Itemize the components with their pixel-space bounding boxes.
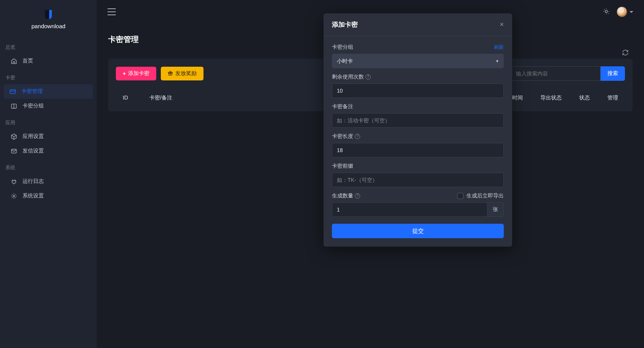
sidebar-item-home[interactable]: 首页 <box>0 54 97 68</box>
cube-icon <box>10 133 17 140</box>
help-icon[interactable]: ? <box>365 74 371 80</box>
svg-point-4 <box>605 10 607 13</box>
sidebar-item-mail-settings[interactable]: 发信设置 <box>0 144 97 158</box>
chevron-down-icon <box>630 11 633 13</box>
home-icon <box>10 58 17 64</box>
count-input[interactable] <box>332 202 487 217</box>
sidebar-item-label: 应用设置 <box>22 133 44 140</box>
user-menu[interactable] <box>617 6 633 17</box>
gift-icon <box>168 71 173 77</box>
sidebar-item-system-settings[interactable]: 系统设置 <box>0 189 97 203</box>
search-input[interactable] <box>516 71 596 77</box>
help-icon[interactable]: ? <box>355 193 360 199</box>
group-select[interactable]: 小时卡 <box>332 54 504 68</box>
help-icon[interactable]: ? <box>355 134 360 139</box>
length-input[interactable] <box>332 143 504 157</box>
mail-icon <box>10 148 17 154</box>
note-input[interactable] <box>332 113 504 128</box>
nav-section-system: 系统 <box>0 160 97 174</box>
checkbox-label: 生成后立即导出 <box>466 192 504 199</box>
button-label: 添加卡密 <box>128 70 149 77</box>
brand-name: pandownload <box>31 23 65 29</box>
button-label: 发放奖励 <box>175 70 197 77</box>
label-remain: 剩余使用次数 ? <box>332 74 371 80</box>
menu-toggle-icon[interactable] <box>107 8 116 15</box>
col-export-state: 导出状态 <box>536 92 566 104</box>
columns-icon <box>10 103 17 109</box>
avatar <box>617 6 627 17</box>
col-manage: 管理 <box>603 92 623 104</box>
count-unit: 张 <box>487 202 504 217</box>
nav-section-app: 应用 <box>0 115 97 129</box>
add-card-modal: 添加卡密 × 卡密分组 刷新 小时卡 ▼ <box>324 13 512 247</box>
plug-icon <box>10 178 17 185</box>
label-count: 生成数量 ? <box>332 192 360 199</box>
search-box[interactable] <box>503 66 601 81</box>
svg-rect-0 <box>10 90 15 93</box>
label-group: 卡密分组 <box>332 44 353 51</box>
sidebar-item-label: 系统设置 <box>22 192 44 199</box>
add-card-button[interactable]: + 添加卡密 <box>116 67 156 80</box>
sidebar-item-app-settings[interactable]: 应用设置 <box>0 129 97 144</box>
nav-section-overview: 总览 <box>0 40 97 54</box>
col-id: ID <box>118 92 145 104</box>
plus-icon: + <box>123 71 126 77</box>
card-icon <box>9 88 16 95</box>
logo-icon <box>43 9 53 20</box>
search-button[interactable]: 搜索 <box>601 66 625 81</box>
sidebar-item-card-group[interactable]: 卡密分组 <box>0 99 97 113</box>
sidebar-item-logs[interactable]: 运行日志 <box>0 174 97 189</box>
svg-point-3 <box>13 195 14 197</box>
sidebar-item-label: 卡密管理 <box>21 88 43 95</box>
label-note: 卡密备注 <box>332 103 353 110</box>
submit-button[interactable]: 提交 <box>332 224 504 238</box>
prefix-input[interactable] <box>332 173 504 187</box>
checkbox-icon <box>457 193 463 199</box>
label-prefix: 卡密前缀 <box>332 163 353 170</box>
nav-section-card: 卡密 <box>0 71 97 84</box>
label-length: 卡密长度 ? <box>332 133 360 140</box>
col-state: 状态 <box>575 92 594 104</box>
export-now-checkbox[interactable]: 生成后立即导出 <box>457 192 504 199</box>
table-refresh-icon[interactable] <box>622 49 629 57</box>
sidebar-item-label: 发信设置 <box>22 148 44 154</box>
sidebar-item-label: 首页 <box>22 58 33 64</box>
sidebar-item-label: 运行日志 <box>22 178 44 185</box>
sidebar-item-label: 卡密分组 <box>22 103 44 109</box>
brand-logo[interactable]: pandownload <box>0 7 97 38</box>
sidebar: pandownload 总览 首页 卡密 卡密管理 <box>0 0 97 348</box>
sidebar-item-card-manage[interactable]: 卡密管理 <box>4 84 93 99</box>
gear-icon <box>10 192 17 199</box>
remain-input[interactable] <box>332 83 504 98</box>
refresh-groups-link[interactable]: 刷新 <box>494 44 504 51</box>
theme-toggle-icon[interactable] <box>603 8 610 16</box>
reward-button[interactable]: 发放奖励 <box>161 67 203 80</box>
close-icon[interactable]: × <box>500 21 504 29</box>
modal-title: 添加卡密 <box>332 20 358 29</box>
